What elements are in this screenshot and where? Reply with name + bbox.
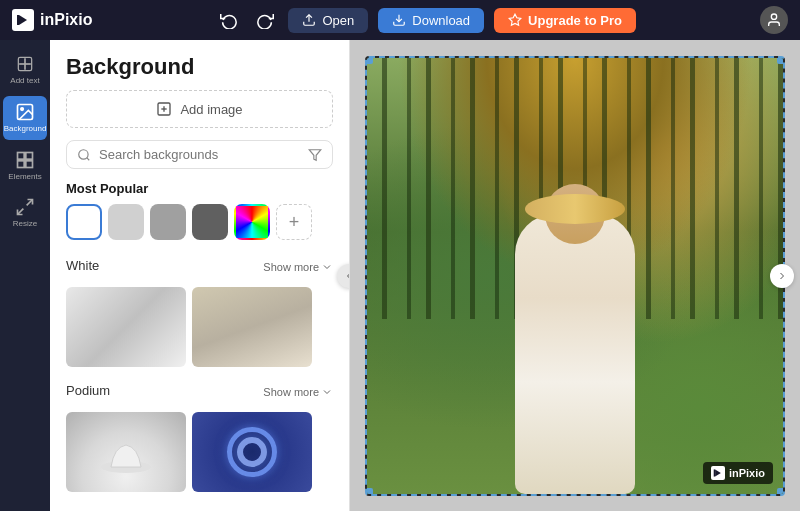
svg-rect-25 xyxy=(714,469,715,476)
sidebar-item-background[interactable]: Background xyxy=(3,96,47,140)
swatch-rainbow[interactable] xyxy=(234,204,270,240)
topbar-actions: Open Download Upgrade to Pro xyxy=(216,7,636,33)
background-panel: Background Add image Most Popular xyxy=(50,40,350,511)
swatch-dark-gray[interactable] xyxy=(192,204,228,240)
panel-title: Background xyxy=(66,54,333,80)
sidebar-item-add-text[interactable]: Add text xyxy=(3,48,47,92)
canvas-logo-text: inPixio xyxy=(729,467,765,479)
most-popular-label: Most Popular xyxy=(66,181,148,196)
undo-button[interactable] xyxy=(216,7,242,33)
canvas-handle-tr[interactable] xyxy=(777,56,785,64)
search-input[interactable] xyxy=(99,147,300,162)
open-button[interactable]: Open xyxy=(288,8,368,33)
podium-grid xyxy=(66,412,333,492)
redo-button[interactable] xyxy=(252,7,278,33)
logo-icon xyxy=(12,9,34,31)
svg-marker-0 xyxy=(19,15,27,25)
swatch-light-gray[interactable] xyxy=(108,204,144,240)
panel-content: Most Popular + White Show more xyxy=(50,181,349,511)
svg-marker-4 xyxy=(509,14,521,25)
canvas-area: inPixio xyxy=(350,40,800,511)
category-white: White Show more xyxy=(66,254,333,367)
photo-subject xyxy=(515,214,635,494)
marble-header: Marble Show more xyxy=(66,504,333,511)
podium-label: Podium xyxy=(66,383,110,398)
app-name: inPixio xyxy=(40,11,92,29)
podium-thumb-1[interactable] xyxy=(66,412,186,492)
white-show-more[interactable]: Show more xyxy=(263,261,333,273)
topbar-right xyxy=(760,6,788,34)
canvas-logo-icon xyxy=(711,466,725,480)
white-thumb-1[interactable] xyxy=(66,287,186,367)
svg-marker-22 xyxy=(309,149,321,160)
svg-point-5 xyxy=(771,14,776,19)
swatch-add-button[interactable]: + xyxy=(276,204,312,240)
svg-line-15 xyxy=(27,200,33,206)
svg-point-10 xyxy=(21,108,23,111)
svg-marker-24 xyxy=(715,469,721,476)
upgrade-button[interactable]: Upgrade to Pro xyxy=(494,8,636,33)
upgrade-label: Upgrade to Pro xyxy=(528,13,622,28)
canvas-watermark: inPixio xyxy=(703,462,773,484)
svg-line-16 xyxy=(18,209,24,215)
sidebar-label-resize: Resize xyxy=(13,220,37,229)
sidebar-item-resize[interactable]: Resize xyxy=(3,191,47,235)
svg-rect-12 xyxy=(26,152,33,159)
svg-rect-1 xyxy=(17,15,19,25)
white-grid xyxy=(66,287,333,367)
svg-rect-13 xyxy=(18,160,25,167)
podium-thumb-2[interactable] xyxy=(192,412,312,492)
category-marble: Marble Show more xyxy=(66,504,333,511)
search-icon xyxy=(77,148,91,162)
sidebar-item-elements[interactable]: Elements xyxy=(3,144,47,188)
most-popular-header: Most Popular xyxy=(66,181,333,196)
filter-icon[interactable] xyxy=(308,148,322,162)
white-label: White xyxy=(66,258,99,273)
download-button[interactable]: Download xyxy=(378,8,484,33)
svg-rect-11 xyxy=(18,152,25,159)
sidebar-label-elements: Elements xyxy=(8,173,41,182)
add-image-label: Add image xyxy=(180,102,242,117)
svg-point-20 xyxy=(79,149,88,158)
svg-line-21 xyxy=(87,157,90,160)
sidebar-label-add-text: Add text xyxy=(10,77,39,86)
swatch-white[interactable] xyxy=(66,204,102,240)
canvas-handle-bl[interactable] xyxy=(365,488,373,496)
main-layout: Add text Background Elements xyxy=(0,40,800,511)
avatar[interactable] xyxy=(760,6,788,34)
category-podium: Podium Show more xyxy=(66,379,333,492)
podium-show-more[interactable]: Show more xyxy=(263,386,333,398)
svg-rect-14 xyxy=(26,160,33,167)
expand-right-button[interactable] xyxy=(770,264,794,288)
white-thumb-2[interactable] xyxy=(192,287,312,367)
sidebar: Add text Background Elements xyxy=(0,40,50,511)
swatch-gray[interactable] xyxy=(150,204,186,240)
canvas-handle-tl[interactable] xyxy=(365,56,373,64)
canvas[interactable]: inPixio xyxy=(365,56,785,496)
podium-header: Podium Show more xyxy=(66,379,333,404)
topbar: inPixio Open xyxy=(0,0,800,40)
download-label: Download xyxy=(412,13,470,28)
color-swatches: + xyxy=(66,204,333,240)
app-logo: inPixio xyxy=(12,9,92,31)
search-bar xyxy=(66,140,333,169)
panel-header: Background xyxy=(50,40,349,90)
add-image-button[interactable]: Add image xyxy=(66,90,333,128)
white-header: White Show more xyxy=(66,254,333,279)
open-label: Open xyxy=(322,13,354,28)
sidebar-label-background: Background xyxy=(4,125,47,134)
canvas-handle-br[interactable] xyxy=(777,488,785,496)
